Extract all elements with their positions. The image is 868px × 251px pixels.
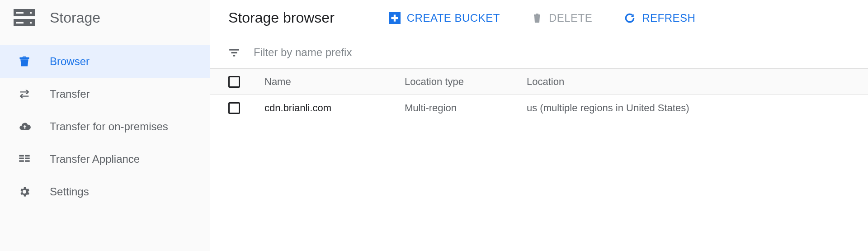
sidebar-item-label: Transfer Appliance	[50, 153, 140, 166]
main-header: Storage browser CREATE BUCKET DELETE	[210, 0, 868, 36]
sidebar-item-label: Transfer	[50, 88, 90, 100]
bucket-location-type: Multi-region	[405, 102, 527, 114]
svg-rect-2	[16, 12, 24, 14]
svg-rect-16	[229, 49, 239, 50]
sidebar-item-transfer-appliance[interactable]: Transfer Appliance	[0, 143, 210, 175]
filter-icon[interactable]	[228, 47, 240, 58]
column-header-location-type[interactable]: Location type	[405, 76, 527, 88]
sidebar-item-transfer-onprem[interactable]: Transfer for on-premises	[0, 110, 210, 143]
svg-rect-18	[233, 55, 235, 56]
bucket-location: us (multiple regions in United States)	[527, 102, 868, 114]
storage-icon	[14, 9, 39, 27]
sidebar-header: Storage	[0, 0, 210, 36]
select-all-checkbox[interactable]	[228, 76, 240, 88]
page-title: Storage browser	[228, 9, 335, 26]
filter-input[interactable]	[254, 46, 434, 59]
plus-icon	[389, 12, 401, 24]
sidebar-nav: Browser Transfer Transfer for on-premise…	[0, 36, 210, 208]
sidebar-item-label: Transfer for on-premises	[50, 120, 168, 133]
sidebar-item-transfer[interactable]: Transfer	[0, 78, 210, 110]
svg-rect-10	[25, 158, 29, 160]
row-checkbox[interactable]	[228, 102, 240, 114]
sidebar-item-label: Settings	[50, 185, 89, 198]
appliance-icon	[18, 153, 45, 166]
column-header-location[interactable]: Location	[527, 76, 868, 88]
button-label: DELETE	[549, 12, 592, 24]
svg-rect-8	[25, 155, 29, 157]
filter-bar	[210, 36, 868, 69]
delete-button[interactable]: DELETE	[532, 12, 592, 24]
svg-rect-7	[19, 155, 24, 157]
table-header: Name Location type Location	[210, 69, 868, 95]
svg-rect-1	[30, 12, 32, 14]
svg-rect-17	[231, 52, 237, 53]
table-row[interactable]: cdn.brianli.com Multi-region us (multipl…	[210, 95, 868, 121]
column-header-name[interactable]: Name	[264, 76, 405, 88]
button-label: REFRESH	[642, 12, 695, 24]
svg-rect-4	[30, 22, 32, 24]
sidebar: Storage Browser Transfer	[0, 0, 210, 251]
svg-rect-15	[391, 17, 398, 19]
refresh-icon	[624, 12, 636, 24]
main: Storage browser CREATE BUCKET DELETE	[210, 0, 868, 251]
svg-rect-5	[16, 22, 24, 24]
create-bucket-button[interactable]: CREATE BUCKET	[389, 12, 500, 24]
gear-icon	[18, 185, 45, 198]
svg-rect-11	[19, 160, 24, 162]
transfer-icon	[18, 88, 45, 100]
select-all-cell	[228, 76, 264, 88]
bucket-icon	[18, 55, 45, 68]
sidebar-item-label: Browser	[50, 55, 90, 68]
cloud-upload-icon	[18, 120, 45, 133]
svg-rect-12	[25, 160, 29, 162]
sidebar-item-settings[interactable]: Settings	[0, 175, 210, 208]
refresh-button[interactable]: REFRESH	[624, 12, 695, 24]
row-select-cell	[228, 102, 264, 114]
sidebar-title: Storage	[50, 9, 100, 26]
trash-icon	[532, 12, 542, 24]
sidebar-item-browser[interactable]: Browser	[0, 45, 210, 78]
button-label: CREATE BUCKET	[407, 12, 500, 24]
svg-rect-9	[19, 158, 24, 160]
bucket-name[interactable]: cdn.brianli.com	[264, 102, 405, 114]
